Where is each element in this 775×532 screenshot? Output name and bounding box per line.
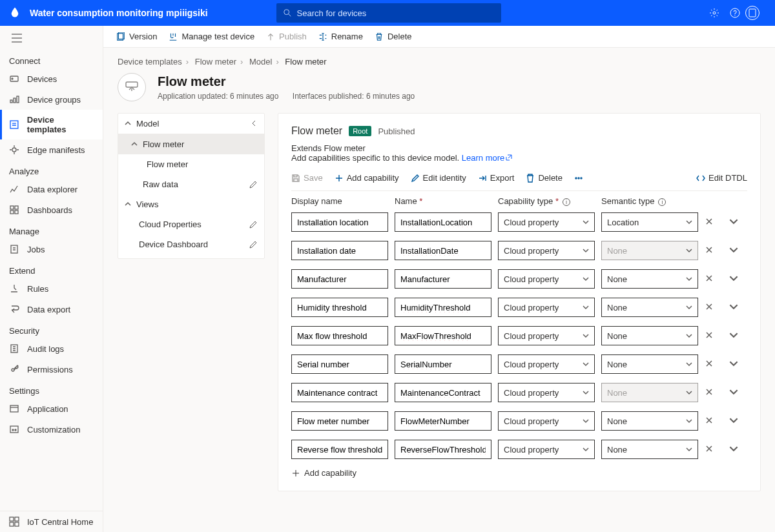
capability-type-select[interactable]: Cloud property (498, 298, 595, 317)
expand-row-icon[interactable] (729, 274, 747, 285)
expand-row-icon[interactable] (729, 331, 747, 342)
capability-type-select[interactable]: Cloud property (498, 354, 595, 374)
add-capability-button[interactable]: Add capability (335, 173, 399, 183)
name-input[interactable] (395, 241, 491, 260)
semantic-type-select[interactable]: None (601, 326, 698, 345)
tree-cloudprops[interactable]: Cloud Properties (118, 214, 264, 234)
crumb-0[interactable]: Device templates (118, 57, 182, 66)
display-name-input[interactable] (291, 354, 388, 374)
remove-row-icon[interactable] (705, 416, 723, 427)
expand-row-icon[interactable] (729, 217, 747, 228)
sidebar-item-device-groups[interactable]: Device groups (0, 89, 103, 110)
collapse-icon[interactable] (251, 119, 258, 128)
capability-type-select[interactable]: Cloud property (498, 212, 595, 232)
sidebar-item-device-templates[interactable]: Device templates (0, 110, 103, 139)
capability-type-select[interactable]: Cloud property (498, 383, 595, 402)
sidebar-item-audit-logs[interactable]: Audit logs (0, 338, 103, 359)
expand-row-icon[interactable] (729, 444, 747, 455)
expand-row-icon[interactable] (729, 302, 747, 313)
expand-row-icon[interactable] (729, 416, 747, 427)
display-name-input[interactable] (291, 326, 388, 345)
capability-type-select[interactable]: Cloud property (498, 326, 595, 345)
display-name-input[interactable] (291, 383, 388, 402)
more-icon[interactable] (574, 174, 583, 183)
svg-rect-12 (14, 98, 16, 103)
expand-row-icon[interactable] (729, 387, 747, 398)
sidebar-item-rules[interactable]: Rules (0, 278, 103, 299)
manage-test-device-button[interactable]: Manage test device (169, 32, 254, 41)
version-button[interactable]: Version (116, 32, 157, 41)
crumb-1[interactable]: Flow meter (195, 57, 236, 66)
display-name-input[interactable] (291, 269, 388, 289)
name-input[interactable] (395, 411, 491, 431)
sidebar-home[interactable]: IoT Central Home (0, 511, 103, 532)
name-input[interactable] (395, 440, 491, 459)
semantic-type-select[interactable]: None (601, 411, 698, 431)
sidebar-item-customization[interactable]: Customization (0, 419, 103, 440)
name-input[interactable] (395, 298, 491, 317)
semantic-type-select[interactable]: None (601, 269, 698, 289)
editor-title: Flow meter (291, 125, 342, 137)
editor-delete-button[interactable]: Delete (526, 173, 563, 183)
remove-row-icon[interactable] (705, 274, 723, 285)
sidebar-item-permissions[interactable]: Permissions (0, 359, 103, 380)
settings-icon[interactable] (704, 8, 725, 19)
tree-model[interactable]: Model (118, 114, 264, 134)
edit-icon[interactable] (249, 220, 258, 229)
meta-interfaces: Interfaces published: 6 minutes ago (293, 92, 415, 101)
remove-row-icon[interactable] (705, 444, 723, 455)
remove-row-icon[interactable] (705, 331, 723, 342)
help-icon[interactable]: ? (725, 8, 745, 19)
name-input[interactable] (395, 212, 491, 232)
display-name-input[interactable] (291, 440, 388, 459)
rename-button[interactable]: Rename (318, 32, 363, 41)
sidebar-item-jobs[interactable]: Jobs (0, 239, 103, 260)
edit-icon[interactable] (249, 240, 258, 249)
name-input[interactable] (395, 383, 491, 402)
semantic-type-select[interactable]: None (601, 354, 698, 374)
semantic-type-select[interactable]: None (601, 440, 698, 459)
tree-views[interactable]: Views (118, 194, 264, 214)
remove-row-icon[interactable] (705, 387, 723, 398)
semantic-type-select[interactable]: Location (601, 212, 698, 232)
sidebar-item-data-export[interactable]: Data export (0, 299, 103, 320)
sidebar-item-application[interactable]: Application (0, 398, 103, 419)
edit-icon[interactable] (249, 180, 258, 189)
remove-row-icon[interactable] (705, 245, 723, 256)
sidebar-item-data-explorer[interactable]: Data explorer (0, 179, 103, 200)
name-input[interactable] (395, 326, 491, 345)
export-button[interactable]: Export (478, 173, 515, 183)
add-capability-row[interactable]: Add capability (291, 468, 747, 478)
display-name-input[interactable] (291, 241, 388, 260)
tree-devicedash[interactable]: Device Dashboard (118, 234, 264, 254)
name-input[interactable] (395, 269, 491, 289)
display-name-input[interactable] (291, 411, 388, 431)
sidebar-item-dashboards[interactable]: Dashboards (0, 200, 103, 220)
expand-row-icon[interactable] (729, 359, 747, 370)
sidebar-item-edge-manifests[interactable]: Edge manifests (0, 139, 103, 160)
capability-type-select[interactable]: Cloud property (498, 241, 595, 260)
edit-identity-button[interactable]: Edit identity (411, 173, 466, 183)
tree-flowmeter[interactable]: Flow meter (118, 134, 264, 154)
expand-row-icon[interactable] (729, 245, 747, 256)
learn-more-link[interactable]: Learn more (462, 153, 512, 163)
avatar[interactable] (745, 6, 766, 20)
display-name-input[interactable] (291, 212, 388, 232)
capability-type-select[interactable]: Cloud property (498, 411, 595, 431)
crumb-2[interactable]: Model (249, 57, 272, 66)
capability-type-select[interactable]: Cloud property (498, 269, 595, 289)
semantic-type-select[interactable]: None (601, 298, 698, 317)
remove-row-icon[interactable] (705, 359, 723, 370)
remove-row-icon[interactable] (705, 217, 723, 228)
tree-flowmeter-child[interactable]: Flow meter (118, 154, 264, 174)
display-name-input[interactable] (291, 298, 388, 317)
hamburger-icon[interactable] (0, 26, 103, 50)
name-input[interactable] (395, 354, 491, 374)
edit-dtdl-button[interactable]: Edit DTDL (696, 173, 747, 183)
delete-button[interactable]: Delete (375, 32, 412, 41)
sidebar-item-devices[interactable]: Devices (0, 68, 103, 89)
search-input[interactable]: Search for devices (276, 3, 501, 23)
tree-rawdata[interactable]: Raw data (118, 174, 264, 194)
remove-row-icon[interactable] (705, 302, 723, 313)
capability-type-select[interactable]: Cloud property (498, 440, 595, 459)
